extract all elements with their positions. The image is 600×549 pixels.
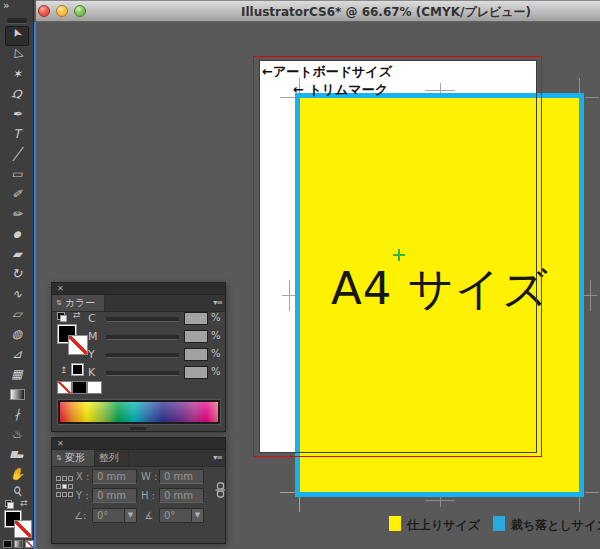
line-icon: ╱ <box>13 147 20 161</box>
none-slash-icon <box>58 382 71 393</box>
x-field[interactable]: 0 mm <box>92 469 137 484</box>
last-color-icon[interactable]: ↥ <box>60 365 68 375</box>
color-panel-header[interactable]: ✕ <box>52 283 225 295</box>
rectangle-tool[interactable]: ▭ <box>0 166 34 182</box>
close-panel-icon[interactable]: ✕ <box>57 283 64 294</box>
column-graph-tool[interactable]: ▆▃ <box>0 446 34 462</box>
lasso-tool[interactable]: Ω <box>0 86 34 102</box>
gradient-mode-button[interactable] <box>14 540 23 548</box>
artboard-size-outline <box>253 56 542 457</box>
stroke-color-swatch[interactable] <box>68 335 88 355</box>
width-tool[interactable]: ∿ <box>0 286 34 302</box>
perspective-grid-tool[interactable]: ⊿ <box>0 346 34 362</box>
black-swatch[interactable] <box>71 363 84 376</box>
yellow-value-field[interactable] <box>184 348 208 361</box>
zoom-tool[interactable]: ⚲ <box>0 484 34 500</box>
color-panel: ✕ ⇅ カラー ▾≡ ⇄ C % M % Y % ↥ K % <box>51 282 226 432</box>
pen-tool[interactable]: ✒ <box>0 106 34 122</box>
magenta-channel-label: M <box>88 330 102 343</box>
legend-bleed-size-swatch <box>493 516 505 531</box>
h-field[interactable]: 0 mm <box>159 488 204 503</box>
paintbrush-tool[interactable]: ✐ <box>0 186 34 202</box>
tools-panel: » ➤ ▷ ✶ Ω ✒ T ╱ ▭ ✐ ✏ ● ▰ ↻ ∿ ▱ ◍ ⊿ ▦ ∤ … <box>0 0 34 549</box>
direct-selection-tool[interactable]: ▷ <box>0 46 34 62</box>
default-fill-stroke-icon[interactable] <box>57 312 67 322</box>
y-field[interactable]: 0 mm <box>92 488 137 503</box>
shear-angle-field[interactable]: 0° <box>159 508 192 523</box>
window-edge-highlight <box>34 22 36 549</box>
stroke-color-swatch[interactable] <box>14 520 32 538</box>
w-field[interactable]: 0 mm <box>159 469 204 484</box>
trim-mark <box>579 78 580 93</box>
free-transform-tool[interactable]: ▱ <box>0 306 34 322</box>
paintbrush-icon: ✐ <box>12 187 22 201</box>
shear-angle-dropdown[interactable]: ▼ <box>191 508 204 523</box>
trim-mark <box>585 97 599 98</box>
shear-angle-icon: ∡ <box>144 510 153 521</box>
legend-bleed-size-label: 裁ち落としサイズ <box>511 517 600 534</box>
rotate-angle-dropdown[interactable]: ▼ <box>124 508 137 523</box>
blob-brush-tool[interactable]: ● <box>0 226 34 242</box>
cyan-percent-label: % <box>211 312 221 323</box>
black-value-field[interactable] <box>184 366 208 379</box>
default-fill-stroke-icon[interactable] <box>5 500 14 509</box>
cyan-slider[interactable] <box>106 317 179 322</box>
gradient-tool[interactable] <box>0 386 34 402</box>
selection-icon: ➤ <box>8 26 27 42</box>
reference-point-locator[interactable] <box>56 476 75 499</box>
transform-panel-header[interactable]: ✕ <box>52 438 225 450</box>
hand-icon: ✋ <box>10 467 25 481</box>
legend-finished-size-label: 仕上りサイズ <box>407 517 480 534</box>
type-icon: T <box>13 127 20 141</box>
panel-resize-grip[interactable] <box>130 427 146 430</box>
black-quick-swatch[interactable] <box>72 381 87 394</box>
eyedropper-icon: ∤ <box>14 407 20 421</box>
cyan-value-field[interactable] <box>184 312 208 325</box>
annotation-trim-mark: ← トリムマーク <box>293 81 388 99</box>
minimize-window-button[interactable] <box>56 5 68 17</box>
color-spectrum-ramp[interactable] <box>57 399 221 425</box>
constrain-proportions-icon[interactable] <box>215 482 226 498</box>
type-tool[interactable]: T <box>0 126 34 142</box>
line-segment-tool[interactable]: ╱ <box>0 146 34 162</box>
magic-wand-tool[interactable]: ✶ <box>0 66 34 82</box>
collapse-panel-icon[interactable]: » <box>3 0 9 11</box>
magenta-percent-label: % <box>211 330 221 341</box>
window-title: IllustratorCS6* @ 66.67% (CMYK/プレビュー) <box>176 4 596 21</box>
white-quick-swatch[interactable] <box>87 381 102 394</box>
width-icon: ∿ <box>12 287 22 301</box>
panel-menu-icon[interactable]: ▾≡ <box>213 453 222 462</box>
close-panel-icon[interactable]: ✕ <box>57 438 64 449</box>
panel-drag-grip[interactable] <box>7 18 27 24</box>
pencil-tool[interactable]: ✏ <box>0 206 34 222</box>
hand-tool[interactable]: ✋ <box>0 466 34 482</box>
tab-align[interactable]: 整列 <box>95 450 129 466</box>
tab-transform[interactable]: ⇅ 変形 <box>52 450 95 466</box>
shape-builder-tool[interactable]: ◍ <box>0 326 34 342</box>
close-window-button[interactable] <box>38 5 50 17</box>
rotate-icon: ↻ <box>12 266 23 281</box>
color-mode-button[interactable] <box>3 540 12 548</box>
black-slider[interactable] <box>106 371 179 376</box>
tab-color[interactable]: ⇅ カラー <box>52 295 105 311</box>
yellow-slider[interactable] <box>106 353 179 358</box>
black-percent-label: % <box>211 366 221 377</box>
rotate-tool[interactable]: ↻ <box>0 266 34 282</box>
swap-fill-stroke-icon[interactable]: ⇄ <box>73 310 81 320</box>
mesh-tool[interactable]: ▦ <box>0 366 34 382</box>
panel-menu-icon[interactable]: ▾≡ <box>213 298 222 307</box>
magenta-slider[interactable] <box>106 335 179 340</box>
rotate-angle-field[interactable]: 0° <box>92 508 125 523</box>
zoom-window-button[interactable] <box>74 5 86 17</box>
x-label: X : <box>76 471 89 482</box>
none-quick-swatch[interactable] <box>57 381 72 394</box>
swap-fill-stroke-icon[interactable]: ⇄ <box>20 498 28 508</box>
none-mode-button[interactable] <box>25 540 34 548</box>
eraser-tool[interactable]: ▰ <box>0 246 34 262</box>
title-bar[interactable]: IllustratorCS6* @ 66.67% (CMYK/プレビュー) <box>36 0 600 22</box>
selection-tool[interactable]: ➤ <box>0 26 34 42</box>
eyedropper-tool[interactable]: ∤ <box>0 406 34 422</box>
symbol-sprayer-tool[interactable]: ♨ <box>0 426 34 442</box>
yellow-channel-label: Y <box>88 348 102 361</box>
magenta-value-field[interactable] <box>184 330 208 343</box>
